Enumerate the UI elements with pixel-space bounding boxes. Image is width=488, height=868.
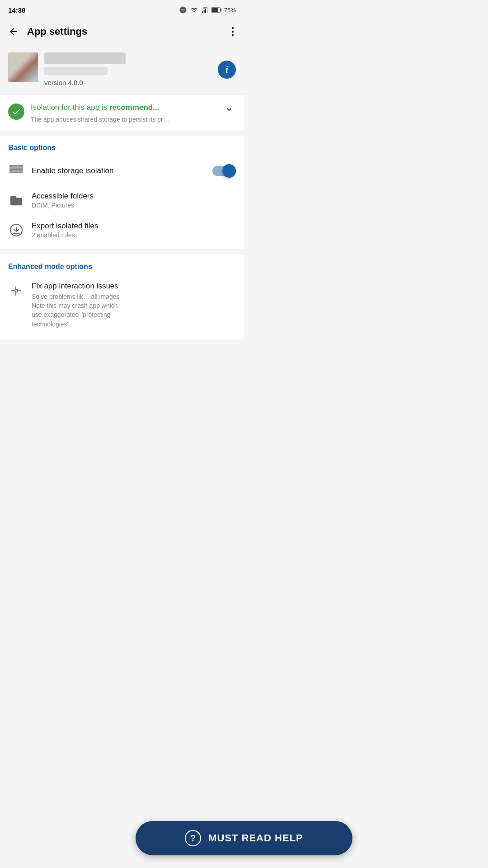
svg-point-8 [232,31,234,33]
divider-3 [0,250,244,250]
recommendation-text: Isolation for this app is recommend... T… [31,103,216,124]
enhanced-options-section: Enhanced mode options Fix app interactio… [0,255,244,340]
toggle-thumb [222,164,236,178]
enable-storage-isolation-item[interactable]: Enable storage isolation [0,156,244,185]
accessible-folders-item[interactable]: Accessible folders DCIM, Pictures [0,185,244,215]
enhanced-options-header: Enhanced mode options [0,255,244,275]
accessible-folders-subtitle: DCIM, Pictures [32,202,236,209]
export-files-subtitle: 2 enabled rules [32,231,236,239]
svg-rect-14 [10,166,12,167]
app-subname-blurred [44,67,108,75]
export-icon [8,222,24,238]
export-files-text: Export isolated files 2 enabled rules [32,222,236,239]
app-icon [8,52,38,82]
recommendation-title: Isolation for this app is recommend... [31,103,216,113]
svg-rect-16 [20,166,22,167]
fix-interaction-title: Fix app interaction issues [32,282,236,291]
svg-rect-17 [20,170,22,171]
battery-percentage: 75% [224,7,236,14]
svg-rect-1 [204,10,205,13]
app-name-block: version 4.0.0 [44,52,211,87]
back-button[interactable] [5,23,23,41]
svg-rect-0 [202,11,203,13]
svg-rect-15 [10,170,12,171]
enable-storage-text: Enable storage isolation [32,166,205,175]
storage-icon [8,163,24,179]
folder-icon [8,192,24,208]
svg-point-7 [232,27,234,29]
fix-interaction-icon [8,283,24,299]
export-files-title: Export isolated files [32,222,236,231]
svg-point-9 [232,34,234,36]
wifi-icon [190,6,199,14]
enable-storage-title: Enable storage isolation [32,166,205,175]
check-icon [8,104,24,120]
signal-icon [202,6,209,14]
app-bar: App settings [0,18,244,45]
app-name-blurred [44,52,126,64]
export-isolated-files-item[interactable]: Export isolated files 2 enabled rules [0,215,244,245]
recommendation-section: Isolation for this app is recommend... T… [0,94,244,131]
recommendation-subtitle: The app abuses shared storage to persist… [31,115,216,124]
fix-interaction-text: Fix app interaction issues Solve problem… [32,282,236,329]
storage-isolation-toggle[interactable] [212,164,236,178]
battery-icon [211,6,221,14]
accessible-folders-title: Accessible folders [32,192,236,201]
more-options-button[interactable] [228,23,238,41]
app-version: version 4.0.0 [44,79,83,86]
do-not-disturb-icon [179,6,187,14]
fix-interaction-item[interactable]: Fix app interaction issues Solve problem… [0,275,244,335]
fix-interaction-subtitle: Solve problems lik… all images Note this… [32,292,236,329]
basic-options-header: Basic options [0,136,244,156]
status-time: 14:38 [8,6,25,14]
info-button[interactable]: i [218,61,236,79]
svg-rect-3 [206,8,207,13]
status-icons: 75% [179,6,236,14]
svg-rect-2 [205,9,206,13]
page-title: App settings [27,26,228,38]
info-icon: i [225,65,228,75]
divider-2 [0,131,244,131]
svg-rect-5 [221,9,221,11]
svg-rect-6 [212,8,218,12]
recommendation-row: Isolation for this app is recommend... T… [8,103,236,124]
basic-options-section: Basic options Enable storage isolation [0,136,244,250]
status-bar: 14:38 75% [0,0,244,18]
accessible-folders-text: Accessible folders DCIM, Pictures [32,192,236,209]
expand-button[interactable] [222,103,236,116]
app-info-section: version 4.0.0 i [0,45,244,94]
